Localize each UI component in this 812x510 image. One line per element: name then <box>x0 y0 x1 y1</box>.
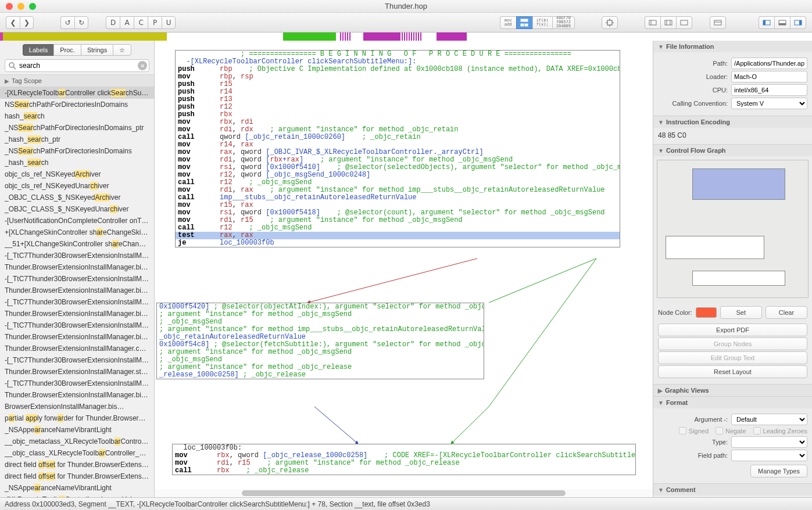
cfg-node-2[interactable]: 0x1000f5420] ; @selector(objectAtIndex:)… <box>156 303 484 379</box>
label-row[interactable]: _NSSearchPathForDirectoriesInDomains <box>0 145 154 157</box>
label-row[interactable]: _NSAppearanceNameVibrantLight <box>0 424 154 436</box>
left-tab-2[interactable]: Strings <box>81 44 113 56</box>
status-text: Address 0x100003ed3, Segment __TEXT, -[X… <box>5 500 430 508</box>
label-row[interactable]: Thunder.BrowserExtensionInstallManager.b… <box>0 308 154 319</box>
argument-select[interactable]: Default <box>731 414 807 425</box>
mode-A-button[interactable]: A <box>120 16 134 29</box>
label-row[interactable]: -[_TtC7Thunder30BrowserExtensionInstallM… <box>0 250 154 261</box>
fieldpath-select[interactable] <box>731 450 807 461</box>
view-assembly-button[interactable]: movadd <box>500 16 516 29</box>
label-row[interactable]: _NSSearchPathForDirectoriesInDomains_ptr <box>0 122 154 134</box>
label-row[interactable]: BrowserExtensionInstallManager.bis… <box>0 401 154 412</box>
left-panel-toggle[interactable] <box>759 16 774 29</box>
center-panel[interactable]: ; ================ B E G I N N I N G O F… <box>155 41 653 497</box>
bottom-panel-toggle[interactable] <box>774 16 790 29</box>
redo-button[interactable]: ↻ <box>74 16 88 29</box>
export-pdf-button[interactable]: Export PDF <box>658 324 807 336</box>
label-row[interactable]: _OBJC_CLASS_$_NSKeyedUnarchiver <box>0 203 154 215</box>
left-tab-0[interactable]: Labels <box>23 44 53 56</box>
label-row[interactable]: objc_cls_ref_NSKeyedUnarchiver <box>0 180 154 192</box>
calling-convention-select[interactable]: System V <box>731 98 807 109</box>
graphic-views-header[interactable]: ▶Graphic Views <box>653 385 812 396</box>
layout-2-button[interactable] <box>660 16 676 29</box>
manage-types-button[interactable]: Manage Types <box>750 465 807 477</box>
leading-zeroes-checkbox[interactable]: Leading Zeroes <box>753 427 807 434</box>
svg-rect-21 <box>799 20 802 25</box>
label-row[interactable]: NSSearchPathForDirectoriesInDomains <box>0 99 154 110</box>
view-cfg-button[interactable] <box>516 16 532 29</box>
format-header[interactable]: ▼Format <box>653 397 812 408</box>
nav-back-button[interactable]: ❮ <box>6 16 20 29</box>
type-select[interactable] <box>731 436 807 448</box>
label-row[interactable]: __objc_metaclass_XLRecycleToolbarControl… <box>0 436 154 447</box>
instruction-encoding-header[interactable]: ▼Instruction Encoding <box>653 116 812 128</box>
label-row[interactable]: _OBJC_CLASS_$_NSKeyedArchiver <box>0 192 154 203</box>
label-row[interactable]: -[_TtC7Thunder30BrowserExtensionInstallM… <box>0 273 154 285</box>
label-row[interactable]: __51+[XLChangeSkinController shareChang… <box>0 238 154 250</box>
group-nodes-button[interactable]: Group Nodes <box>658 337 807 350</box>
label-row[interactable]: objc_cls_ref_NSKeyedArchiver <box>0 168 154 180</box>
undo-button[interactable]: ↺ <box>60 16 74 29</box>
search-input[interactable] <box>5 59 149 72</box>
label-row[interactable]: +[XLChangeSkinController shareChangeSkin… <box>0 227 154 238</box>
label-row[interactable]: direct field offset for Thunder.BrowserE… <box>0 471 154 482</box>
layout-3-button[interactable] <box>676 16 692 29</box>
label-row[interactable]: direct field offset for Thunder.BrowserE… <box>0 459 154 471</box>
label-row[interactable]: Thunder.BrowserExtensionInstallManager.c… <box>0 343 154 354</box>
label-row[interactable]: -[_TtC7Thunder30BrowserExtensionInstallM… <box>0 319 154 331</box>
negate-checkbox[interactable]: Negate <box>716 427 746 434</box>
svg-rect-0 <box>521 19 528 21</box>
view-hex-button[interactable]: 48EF70706572204009 <box>552 16 575 29</box>
label-row[interactable]: _hash_search <box>0 157 154 168</box>
label-row[interactable]: -[XLRecycleToolbarController observeValu… <box>0 494 154 497</box>
cfg-node-3[interactable]: loc_100003f0b:mov rbx, qword [_objc_rele… <box>172 444 636 475</box>
label-row[interactable]: Thunder.BrowserExtensionInstallManager.b… <box>0 285 154 296</box>
svg-rect-3 <box>607 20 612 25</box>
h-scrollbar[interactable] <box>155 489 653 497</box>
label-row[interactable]: Thunder.BrowserExtensionInstallManager.s… <box>0 366 154 378</box>
view-pseudo-button[interactable]: if(b)f(x); <box>532 16 552 29</box>
label-row[interactable]: -[_TtC7Thunder30BrowserExtensionInstallM… <box>0 354 154 366</box>
label-row[interactable]: Thunder.BrowserExtensionInstallManager.b… <box>0 389 154 401</box>
label-row[interactable]: _NSAppearanceNameVibrantLight <box>0 482 154 494</box>
label-row[interactable]: -[_TtC7Thunder30BrowserExtensionInstallM… <box>0 378 154 389</box>
reset-layout-button[interactable]: Reset Layout <box>658 365 807 378</box>
label-row[interactable]: Thunder.BrowserExtensionInstallManager.b… <box>0 261 154 273</box>
label-row[interactable]: Thunder.BrowserExtensionInstallManager.b… <box>0 331 154 343</box>
signed-checkbox[interactable]: Signed <box>679 427 709 434</box>
cpu-field[interactable] <box>731 84 807 96</box>
label-row[interactable]: -[XLRecycleToolbarController clickSearch… <box>0 87 154 99</box>
left-tab-1[interactable]: Proc. <box>53 44 81 56</box>
loader-field[interactable] <box>731 71 807 82</box>
label-row[interactable]: _hash_search_ptr <box>0 134 154 145</box>
label-row[interactable]: -[_TtC7Thunder30BrowserExtensionInstallM… <box>0 296 154 308</box>
label-row[interactable]: partial apply forwarder for Thunder.Brow… <box>0 412 154 424</box>
path-field[interactable] <box>731 58 807 69</box>
layout-1-button[interactable] <box>645 16 660 29</box>
clear-search-icon[interactable]: ✕ <box>138 61 147 70</box>
debugger-button[interactable] <box>602 16 618 29</box>
svg-rect-14 <box>714 20 721 25</box>
right-panel-toggle[interactable] <box>790 16 806 29</box>
edit-group-text-button[interactable]: Edit Group Text <box>658 351 807 364</box>
cfg-node-1[interactable]: ; ================ B E G I N N I N G O F… <box>175 50 620 247</box>
nav-forward-button[interactable]: ❯ <box>20 16 34 29</box>
set-color-button[interactable]: Set <box>720 306 762 319</box>
mode-C-button[interactable]: C <box>134 16 148 29</box>
layout-4-button[interactable] <box>710 16 726 29</box>
node-color-swatch[interactable] <box>696 307 717 318</box>
cfg-header[interactable]: ▼Control Flow Graph <box>653 145 812 156</box>
navigation-map[interactable] <box>0 33 812 41</box>
cfg-minimap[interactable] <box>657 160 809 298</box>
comment-header[interactable]: ▼Comment <box>653 484 812 495</box>
tag-scope-header[interactable]: ▶Tag Scope <box>0 74 154 87</box>
file-info-header[interactable]: ▼File Information <box>653 41 812 52</box>
clear-color-button[interactable]: Clear <box>766 306 807 319</box>
left-tab-3[interactable]: ☆ <box>113 44 131 56</box>
label-row[interactable]: -[UserNotificationOnCompleteController o… <box>0 215 154 227</box>
mode-U-button[interactable]: U <box>162 16 176 29</box>
label-row[interactable]: hash_search <box>0 110 154 122</box>
mode-P-button[interactable]: P <box>148 16 162 29</box>
mode-D-button[interactable]: D <box>106 16 120 29</box>
label-row[interactable]: __objc_class_XLRecycleToolbarController_… <box>0 447 154 459</box>
